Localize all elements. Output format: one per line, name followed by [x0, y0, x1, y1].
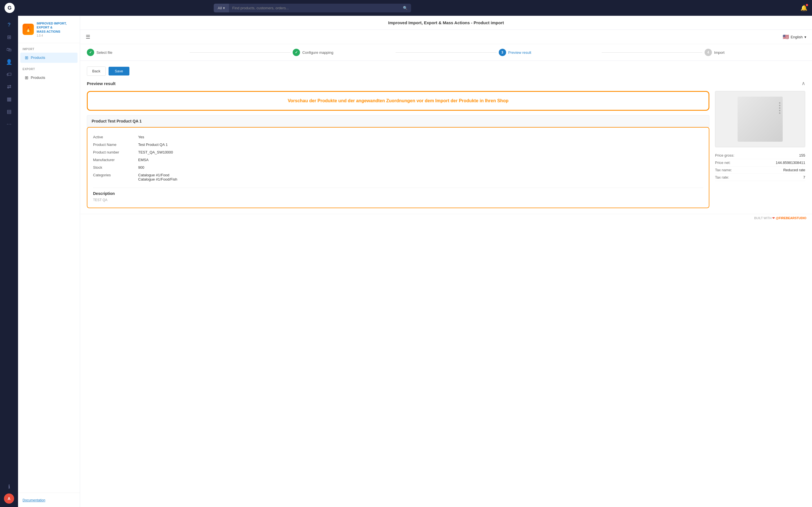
page-header: Improved Import, Export & Mass Actions -… — [80, 16, 812, 30]
content-area: Back Save Preview result ∧ Vorschau der … — [80, 61, 812, 214]
pricing-info: Price gross: 155 Price net: 144.85981308… — [715, 152, 805, 181]
sidebar-item-export-products[interactable]: ⊞ Products — [20, 73, 78, 83]
step-3-circle: 3 — [499, 49, 506, 56]
sidebar-icon-info[interactable]: ℹ — [3, 481, 15, 492]
tooltip-text: Vorschau der Produkte und der angewandte… — [93, 98, 703, 104]
detail-row-product-name: Product Name Test Product QA 1 — [93, 141, 703, 149]
language-selector[interactable]: 🇺🇸 English ▾ — [783, 34, 806, 40]
section-title: Preview result ∧ — [87, 80, 805, 87]
price-row-tax-rate: Tax rate: 7 — [715, 174, 805, 181]
search-filter-dropdown[interactable]: All ▾ — [214, 4, 229, 12]
price-row-net: Price net: 144.85981308411 — [715, 159, 805, 166]
plugin-version: 1.0.4 — [37, 34, 66, 37]
sidebar-icon-tag[interactable]: 🏷 — [3, 69, 15, 80]
description-text: TEST QA — [93, 198, 703, 202]
brand-name: @FIREBEARSTUDIO — [776, 216, 806, 220]
preview-left: Vorschau der Produkte und der angewandte… — [87, 91, 709, 208]
detail-value-product-number: TEST_QA_SW10000 — [138, 150, 173, 154]
user-avatar[interactable]: A — [4, 494, 14, 504]
detail-row-product-number: Product number TEST_QA_SW10000 — [93, 149, 703, 156]
hamburger-menu-button[interactable]: ☰ — [86, 34, 90, 40]
sidebar-icon-grid[interactable]: ▦ — [3, 94, 15, 105]
plugin-main-area: ☰ 🇺🇸 English ▾ ✓ Select file ✓ Configure… — [80, 30, 812, 507]
wizard-steps: ✓ Select file ✓ Configure mapping 3 Prev… — [80, 44, 812, 61]
dot-5 — [779, 112, 780, 114]
product-image — [715, 91, 805, 147]
dot-2 — [779, 105, 780, 106]
product-img-inner — [738, 97, 783, 142]
step-3-label: Preview result — [508, 50, 531, 55]
plugin-sidebar: 🔥 IMPROVED IMPORT, EXPORT & MASS ACTIONS… — [18, 16, 80, 507]
detail-row-categories: Categories Catalogue #1/FoodCatalogue #1… — [93, 171, 703, 183]
documentation-link[interactable]: Documentation — [22, 498, 45, 502]
step-2-circle: ✓ — [293, 49, 300, 56]
step-connector-3 — [602, 52, 702, 53]
back-button[interactable]: Back — [87, 66, 106, 76]
price-value-tax-name: Reduced rate — [783, 168, 805, 172]
icon-sidebar: ? ⊞ 🛍 👤 🏷 ⇄ ▦ ▤ ⋯ ℹ A — [0, 16, 18, 507]
plugin-logo: 🔥 — [22, 24, 34, 35]
flag-icon: 🇺🇸 — [783, 34, 789, 40]
step-1-circle: ✓ — [87, 49, 94, 56]
price-label-tax-rate: Tax rate: — [715, 175, 729, 179]
detail-label-product-name: Product Name — [93, 143, 138, 147]
built-footer: BUILT WITH ❤ @FIREBEARSTUDIO — [80, 214, 812, 222]
detail-row-stock: Stock 900 — [93, 164, 703, 171]
detail-row-active: Active Yes — [93, 133, 703, 141]
collapse-button[interactable]: ∧ — [802, 80, 805, 87]
detail-value-manufacturer: EMSA — [138, 158, 149, 162]
plugin-topbar: ☰ 🇺🇸 English ▾ — [80, 30, 812, 44]
dot-4 — [779, 110, 780, 111]
detail-value-active: Yes — [138, 135, 144, 139]
top-nav-right: 🔔 — [801, 4, 808, 11]
price-value-net: 144.85981308411 — [776, 161, 805, 165]
description-title: Description — [93, 191, 703, 196]
step-4-circle: 4 — [705, 49, 712, 56]
wizard-step-1: ✓ Select file — [87, 49, 188, 56]
detail-value-stock: 900 — [138, 165, 144, 170]
step-4-label: Import — [714, 50, 725, 55]
sidebar-icon-transfer[interactable]: ⇄ — [3, 81, 15, 93]
sidebar-icon-users[interactable]: 👤 — [3, 56, 15, 68]
product-title-bar: Product Test Product QA 1 — [87, 115, 709, 127]
price-label-tax-name: Tax name: — [715, 168, 732, 172]
sidebar-icon-bag[interactable]: 🛍 — [3, 44, 15, 55]
detail-label-active: Active — [93, 135, 138, 139]
preview-layout: Vorschau der Produkte und der angewandte… — [87, 91, 805, 208]
import-section-label: IMPORT — [18, 43, 80, 52]
app-logo[interactable]: G — [4, 3, 15, 13]
wizard-step-3: 3 Preview result — [499, 49, 599, 56]
price-row-tax-name: Tax name: Reduced rate — [715, 166, 805, 174]
sidebar-icon-layers[interactable]: ⊞ — [3, 32, 15, 43]
wizard-step-4: 4 Import — [705, 49, 805, 56]
tooltip-box: Vorschau der Produkte und der angewandte… — [87, 91, 709, 111]
table-icon-export: ⊞ — [25, 75, 29, 80]
product-detail-card: Active Yes Product Name Test Product QA … — [87, 127, 709, 208]
sidebar-icon-more[interactable]: ⋯ — [3, 118, 15, 129]
export-section-label: EXPORT — [18, 63, 80, 72]
top-actions: Back Save — [87, 66, 805, 76]
price-label-net: Price net: — [715, 161, 730, 165]
step-2-label: Configure mapping — [302, 50, 333, 55]
wizard-step-2: ✓ Configure mapping — [293, 49, 393, 56]
plugin-title: IMPROVED IMPORT, EXPORT & MASS ACTIONS — [37, 21, 66, 34]
step-1-label: Select file — [96, 50, 112, 55]
dot-1 — [779, 102, 780, 104]
detail-row-manufacturer: Manufacturer EMSA — [93, 156, 703, 164]
image-dots — [779, 102, 780, 114]
notifications-bell[interactable]: 🔔 — [801, 4, 808, 11]
detail-label-manufacturer: Manufacturer — [93, 158, 138, 162]
sidebar-item-import-products[interactable]: ⊞ Products — [20, 53, 78, 63]
detail-label-categories: Categories — [93, 173, 138, 181]
sidebar-icon-grid2[interactable]: ▤ — [3, 106, 15, 117]
main-content: Improved Import, Export & Mass Actions -… — [80, 16, 812, 507]
description-section: Description TEST QA — [93, 187, 703, 202]
plugin-header: 🔥 IMPROVED IMPORT, EXPORT & MASS ACTIONS… — [18, 16, 80, 43]
search-submit-button[interactable]: 🔍 — [400, 4, 411, 12]
search-input[interactable] — [229, 4, 400, 12]
sidebar-icon-help[interactable]: ? — [3, 19, 15, 31]
step-connector-1 — [190, 52, 290, 53]
save-button[interactable]: Save — [109, 67, 130, 75]
detail-value-product-name: Test Product QA 1 — [138, 143, 168, 147]
detail-value-categories: Catalogue #1/FoodCatalogue #1/Food/Fish — [138, 173, 177, 181]
